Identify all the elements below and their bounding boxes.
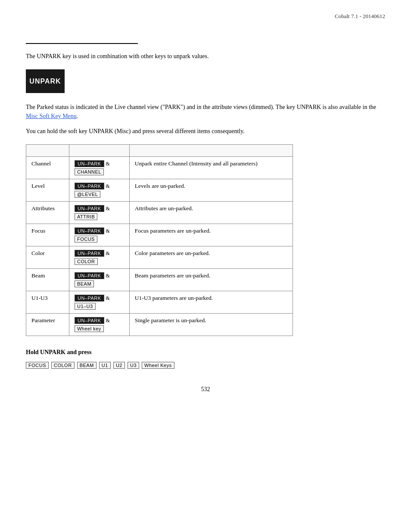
row-label-attributes: Attributes bbox=[26, 202, 69, 224]
row-keys-channel: UN–PARK & CHANNEL bbox=[69, 157, 129, 179]
row-desc-channel: Unpark entire Channel (Intensity and all… bbox=[129, 157, 293, 179]
row-label-color: Color bbox=[26, 246, 69, 269]
row-desc-color: Color parameters are un-parked. bbox=[129, 246, 293, 269]
unpark-key-focus: UN–PARK bbox=[75, 227, 104, 234]
header-col1 bbox=[26, 145, 69, 157]
row-keys-color: UN–PARK & COLOR bbox=[69, 246, 129, 269]
table-row: Attributes UN–PARK & ATTRIB Attributes a… bbox=[26, 202, 293, 224]
row-desc-level: Levels are un-parked. bbox=[129, 179, 293, 202]
section-rule bbox=[26, 43, 138, 44]
row-keys-parameter: UN–PARK & Wheel key bbox=[69, 314, 129, 336]
page-number: 532 bbox=[26, 386, 385, 393]
row-keys-u1u3: UN–PARK & U1–U3 bbox=[69, 291, 129, 314]
unpark-key-parameter: UN–PARK bbox=[75, 317, 104, 324]
focus-key: FOCUS bbox=[75, 236, 97, 243]
page-container: Cobalt 7.1 - 20140612 The UNPARK key is … bbox=[0, 0, 411, 532]
table-row: U1-U3 UN–PARK & U1–U3 U1-U3 parameters a… bbox=[26, 291, 293, 314]
row-label-u1u3: U1-U3 bbox=[26, 291, 69, 314]
table-row: Parameter UN–PARK & Wheel key Single par… bbox=[26, 314, 293, 336]
table-row: Color UN–PARK & COLOR Color parameters a… bbox=[26, 246, 293, 269]
wheelkey-key: Wheel key bbox=[75, 325, 104, 332]
row-desc-attributes: Attributes are un-parked. bbox=[129, 202, 293, 224]
table-header-row bbox=[26, 145, 293, 157]
header-version: Cobalt 7.1 - 20140612 bbox=[335, 13, 385, 20]
row-keys-beam: UN–PARK & BEAM bbox=[69, 269, 129, 291]
unpark-key-image: UNPARK bbox=[26, 69, 65, 93]
level-key: @LEVEL bbox=[75, 191, 100, 198]
bottom-color-key: COLOR bbox=[51, 362, 75, 369]
unpark-key-attrib: UN–PARK bbox=[75, 205, 104, 212]
bottom-focus-key: FOCUS bbox=[26, 362, 49, 369]
row-desc-beam: Beam parameters are un-parked. bbox=[129, 269, 293, 291]
table-row: Focus UN–PARK & FOCUS Focus parameters a… bbox=[26, 224, 293, 246]
row-desc-focus: Focus parameters are un-parked. bbox=[129, 224, 293, 246]
bottom-u1-key: U1 bbox=[99, 362, 111, 369]
row-label-beam: Beam bbox=[26, 269, 69, 291]
unpark-key-channel: UN–PARK bbox=[75, 160, 104, 167]
header-col2 bbox=[69, 145, 129, 157]
row-keys-attributes: UN–PARK & ATTRIB bbox=[69, 202, 129, 224]
bottom-u2-key: U2 bbox=[113, 362, 125, 369]
parked-status-text: The Parked status is indicated in the Li… bbox=[26, 103, 385, 121]
table-row: Beam UN–PARK & BEAM Beam parameters are … bbox=[26, 269, 293, 291]
u1u3-key: U1–U3 bbox=[75, 303, 96, 310]
attrib-key: ATTRIB bbox=[75, 213, 97, 220]
unpark-key-color: UN–PARK bbox=[75, 250, 104, 257]
bottom-wheelkeys-key: Wheel Keys bbox=[142, 362, 174, 369]
beam-key: BEAM bbox=[75, 280, 94, 287]
misc-soft-key-menu-link[interactable]: Misc Soft Key Menu bbox=[26, 113, 77, 119]
row-keys-level: UN–PARK & @LEVEL bbox=[69, 179, 129, 202]
bottom-keys-row: FOCUS COLOR BEAM U1 U2 U3 Wheel Keys bbox=[26, 362, 385, 369]
hold-unpark-text: Hold UNPARK and press bbox=[26, 349, 385, 356]
unpark-key-beam: UN–PARK bbox=[75, 272, 104, 279]
channel-key: CHANNEL bbox=[75, 168, 104, 175]
row-keys-focus: UN–PARK & FOCUS bbox=[69, 224, 129, 246]
intro-text-1: The UNPARK key is used in combination wi… bbox=[26, 52, 385, 61]
row-label-parameter: Parameter bbox=[26, 314, 69, 336]
row-desc-parameter: Single parameter is un-parked. bbox=[129, 314, 293, 336]
soft-key-text: You can hold the soft key UNPARK (Misc) … bbox=[26, 127, 385, 136]
bottom-beam-key: BEAM bbox=[77, 362, 97, 369]
header-col3 bbox=[129, 145, 293, 157]
row-label-level: Level bbox=[26, 179, 69, 202]
unpark-key-level: UN–PARK bbox=[75, 183, 104, 190]
row-label-channel: Channel bbox=[26, 157, 69, 179]
unpark-key-u1u3: UN–PARK bbox=[75, 295, 104, 302]
row-desc-u1u3: U1-U3 parameters are un-parked. bbox=[129, 291, 293, 314]
bottom-u3-key: U3 bbox=[128, 362, 139, 369]
unpark-table: Channel UN–PARK & CHANNEL Unpark entire … bbox=[26, 144, 293, 336]
table-row: Channel UN–PARK & CHANNEL Unpark entire … bbox=[26, 157, 293, 179]
color-key: COLOR bbox=[75, 258, 98, 265]
table-row: Level UN–PARK & @LEVEL Levels are un-par… bbox=[26, 179, 293, 202]
row-label-focus: Focus bbox=[26, 224, 69, 246]
